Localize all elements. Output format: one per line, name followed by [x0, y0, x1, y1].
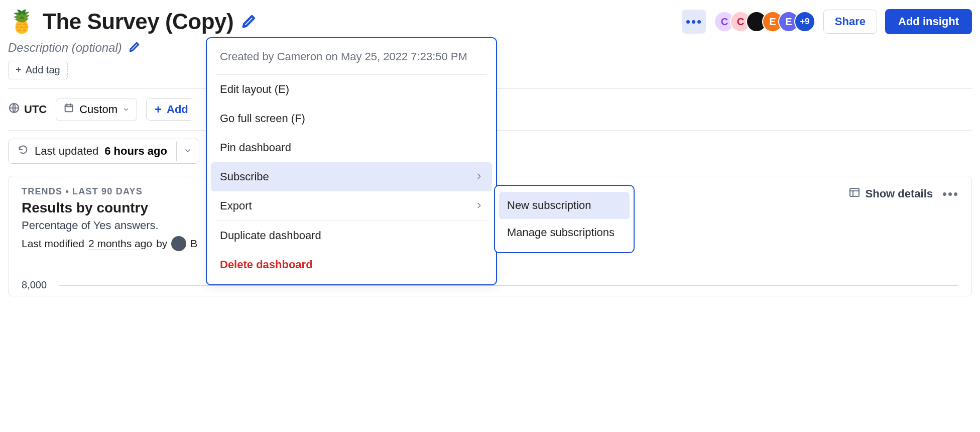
last-updated-age: 6 hours ago: [104, 145, 167, 158]
dashboard-context-menu: Created by Cameron on May 25, 2022 7:23:…: [206, 37, 497, 285]
dashboard-title: The Survey (Copy): [43, 9, 233, 34]
pencil-icon: [128, 40, 141, 55]
submenu-item-manage-subscriptions[interactable]: Manage subscriptions: [499, 219, 630, 246]
ellipsis-icon: [942, 192, 958, 196]
refresh-icon: [18, 144, 29, 158]
refresh-dropdown-button[interactable]: [176, 142, 199, 161]
add-filter-button-clipped: + Add filter group: [146, 98, 191, 121]
dashboard-header: 🍍 The Survey (Copy) C C E E +9 Share Add…: [8, 8, 972, 38]
details-icon: [848, 186, 861, 201]
chart-y-tick: 8,000: [22, 279, 47, 291]
menu-item-label: Export: [220, 199, 252, 212]
menu-item-delete[interactable]: Delete dashboard: [211, 250, 492, 279]
plus-icon: +: [155, 103, 162, 116]
timezone-indicator[interactable]: UTC: [8, 102, 47, 117]
insight-card-more-button[interactable]: [942, 192, 958, 196]
menu-item-subscribe[interactable]: Subscribe: [211, 162, 492, 191]
menu-item-edit-layout[interactable]: Edit layout (E): [211, 75, 492, 104]
collaborator-avatars[interactable]: C C E E +9: [714, 11, 815, 32]
add-tag-label: Add tag: [26, 64, 60, 76]
chevron-right-icon: [475, 199, 483, 212]
avatar: [171, 236, 186, 251]
add-tag-button[interactable]: + Add tag: [8, 61, 68, 79]
refresh-button[interactable]: Last updated 6 hours ago: [9, 139, 176, 163]
date-range-label: Custom: [79, 103, 117, 116]
add-filter-label: Add filter group: [167, 103, 191, 116]
last-updated-prefix: Last updated: [35, 145, 98, 158]
modified-by-initial: B: [190, 238, 197, 250]
share-button[interactable]: Share: [823, 10, 877, 34]
chevron-down-icon: [122, 103, 130, 116]
plus-icon: +: [16, 64, 22, 76]
insight-card-eyebrow: TRENDS • LAST 90 DAYS: [22, 186, 197, 197]
menu-item-pin[interactable]: Pin dashboard: [211, 133, 492, 162]
menu-created-meta: Created by Cameron on May 25, 2022 7:23:…: [211, 43, 492, 74]
show-details-button[interactable]: Show details: [848, 186, 933, 201]
insight-card-header: TRENDS • LAST 90 DAYS Results by country…: [22, 186, 197, 251]
edit-title-button[interactable]: [240, 13, 258, 31]
avatar-overflow: +9: [794, 11, 815, 32]
insight-card-title: Results by country: [22, 200, 197, 216]
show-details-label: Show details: [866, 187, 933, 200]
modified-age: 2 months ago: [88, 238, 152, 250]
svg-rect-1: [65, 105, 73, 112]
date-range-button[interactable]: Custom: [56, 98, 137, 121]
submenu-item-new-subscription[interactable]: New subscription: [499, 192, 630, 219]
calendar-icon: [63, 102, 74, 117]
header-actions: C C E E +9 Share Add insight: [682, 9, 972, 34]
menu-item-full-screen[interactable]: Go full screen (F): [211, 104, 492, 133]
chevron-down-icon: [184, 149, 192, 156]
subscribe-submenu: New subscription Manage subscriptions: [494, 185, 635, 253]
insight-card-modified: Last modified 2 months ago by B: [22, 236, 197, 251]
globe-icon: [8, 102, 20, 117]
menu-item-export[interactable]: Export: [211, 191, 492, 221]
menu-item-label: Subscribe: [220, 170, 269, 183]
last-updated-control: Last updated 6 hours ago: [8, 139, 199, 164]
timezone-label: UTC: [24, 103, 47, 116]
dashboard-more-button[interactable]: [682, 10, 706, 34]
chevron-right-icon: [475, 170, 483, 183]
dashboard-emoji: 🍍: [8, 11, 36, 33]
insight-card-actions: Show details: [848, 186, 958, 201]
add-insight-button[interactable]: Add insight: [885, 9, 972, 34]
ellipsis-icon: [685, 20, 702, 24]
edit-description-button[interactable]: [128, 40, 141, 55]
svg-rect-2: [850, 188, 859, 196]
modified-by-word: by: [156, 238, 167, 250]
modified-prefix: Last modified: [22, 238, 84, 250]
menu-item-duplicate[interactable]: Duplicate dashboard: [211, 221, 492, 250]
description-placeholder[interactable]: Description (optional): [8, 41, 122, 55]
chart-gridline: [59, 285, 958, 286]
add-filter-group-button[interactable]: + Add filter group: [146, 98, 191, 121]
pencil-icon: [240, 13, 258, 31]
insight-card-subtitle: Percentage of Yes answers.: [22, 219, 197, 232]
